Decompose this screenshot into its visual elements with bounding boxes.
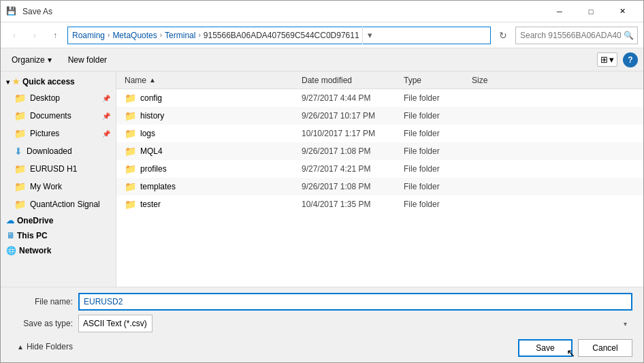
sidebar-item-network[interactable]: 🌐 Network — [1, 243, 116, 258]
up-button[interactable]: ↑ — [47, 27, 63, 44]
file-type-cell: File folder — [404, 129, 472, 138]
title-bar-left: 💾 Save As — [6, 6, 52, 17]
close-button[interactable]: ✕ — [607, 1, 638, 22]
table-row[interactable]: 📁 MQL4 9/26/2017 1:08 PM File folder — [116, 142, 643, 160]
filetype-select-wrapper: ASCII Text (*.csv) CSV (*.csv) Excel (*.… — [78, 315, 632, 332]
breadcrumb-arrow-2: › — [160, 31, 162, 39]
sidebar-item-pictures[interactable]: 📁 Pictures 📌 — [1, 125, 116, 142]
file-list: Name ▲ Date modified Type Size 📁 config — [116, 72, 643, 287]
main-area: ▾ ★ Quick access 📁 Desktop 📌 📁 Documents… — [1, 72, 643, 287]
sidebar-label-eurusd: EURUSD H1 — [30, 164, 77, 174]
table-row[interactable]: 📁 templates 9/26/2017 1:08 PM File folde… — [116, 178, 643, 195]
table-row[interactable]: 📁 history 9/26/2017 10:17 PM File folder — [116, 107, 643, 125]
select-arrow-icon: ▾ — [624, 320, 627, 328]
hide-folders-collapse-icon: ▲ — [17, 343, 24, 351]
filename-input[interactable] — [78, 293, 632, 311]
col-name-label: Name — [125, 76, 146, 85]
new-folder-label: New folder — [68, 55, 107, 65]
breadcrumb-arrow-3: › — [198, 31, 200, 39]
col-header-name[interactable]: Name ▲ — [125, 76, 302, 85]
folder-icon: 📁 — [125, 163, 136, 174]
file-date-cell: 9/27/2017 4:44 PM — [302, 93, 404, 103]
organize-label: Organize — [12, 55, 45, 65]
sidebar-item-onedrive[interactable]: ☁ OneDrive — [1, 213, 116, 228]
folder-icon: 📁 — [125, 181, 136, 192]
sidebar-item-documents[interactable]: 📁 Documents 📌 — [1, 107, 116, 125]
sidebar: ▾ ★ Quick access 📁 Desktop 📌 📁 Documents… — [1, 72, 116, 287]
sidebar-item-quantaction[interactable]: 📁 QuantAction Signal — [1, 195, 116, 213]
network-icon: 🌐 — [6, 246, 16, 255]
file-name-text: MQL4 — [140, 146, 163, 156]
breadcrumb-item-terminal[interactable]: Terminal — [165, 31, 195, 40]
col-date-label: Date modified — [302, 76, 352, 85]
folder-icon-mywork: 📁 — [14, 181, 26, 192]
folder-icon: 📁 — [125, 199, 136, 210]
file-type-cell: File folder — [404, 146, 472, 156]
search-input[interactable] — [515, 27, 638, 44]
table-row[interactable]: 📁 profiles 9/27/2017 4:21 PM File folder — [116, 160, 643, 178]
breadcrumb-dropdown-button[interactable]: ▾ — [362, 27, 377, 44]
folder-icon: 📁 — [125, 146, 136, 157]
help-button[interactable]: ? — [623, 52, 638, 67]
cancel-label: Cancel — [592, 343, 617, 353]
table-row[interactable]: 📁 config 9/27/2017 4:44 PM File folder — [116, 89, 643, 107]
breadcrumb-item-metaquotes[interactable]: MetaQuotes — [112, 31, 157, 40]
file-name-cell: 📁 profiles — [125, 163, 302, 174]
table-row[interactable]: 📁 tester 10/4/2017 1:35 PM File folder — [116, 195, 643, 213]
col-header-type[interactable]: Type — [404, 76, 472, 85]
file-name-cell: 📁 MQL4 — [125, 146, 302, 157]
sidebar-item-thispc[interactable]: 🖥 This PC — [1, 228, 116, 243]
sidebar-item-eurusd[interactable]: 📁 EURUSD H1 — [1, 160, 116, 178]
breadcrumb-bar: Roaming › MetaQuotes › Terminal › 915566… — [67, 27, 491, 44]
view-button[interactable]: ⊞ ▾ — [597, 52, 617, 67]
file-name-text: config — [140, 93, 162, 103]
title-bar-controls: ─ □ ✕ — [544, 1, 638, 22]
back-button[interactable]: ‹ — [6, 27, 22, 44]
file-name-text: templates — [140, 182, 176, 191]
organize-arrow-icon: ▾ — [48, 55, 52, 65]
sidebar-section-quick-access[interactable]: ▾ ★ Quick access — [1, 74, 116, 89]
file-name-cell: 📁 templates — [125, 181, 302, 192]
folder-icon-pictures: 📁 — [14, 128, 26, 139]
folder-icon-downloaded: ⬇ — [14, 146, 22, 157]
cursor-icon: ↖ — [566, 347, 575, 360]
sidebar-label-quantaction: QuantAction Signal — [30, 200, 100, 209]
breadcrumb-item-roaming[interactable]: Roaming — [72, 31, 105, 40]
organize-button[interactable]: Organize ▾ — [6, 53, 57, 67]
onedrive-icon: ☁ — [6, 216, 14, 225]
sidebar-item-downloaded[interactable]: ⬇ Downloaded — [1, 142, 116, 160]
folder-icon-documents: 📁 — [14, 110, 26, 121]
file-date-cell: 9/26/2017 1:08 PM — [302, 182, 404, 191]
forward-button[interactable]: › — [27, 27, 43, 44]
sidebar-item-desktop[interactable]: 📁 Desktop 📌 — [1, 89, 116, 107]
col-header-size[interactable]: Size — [472, 76, 526, 85]
file-name-cell: 📁 history — [125, 110, 302, 121]
sidebar-label-mywork: My Work — [30, 182, 62, 191]
new-folder-button[interactable]: New folder — [63, 53, 112, 67]
minimize-button[interactable]: ─ — [544, 1, 575, 22]
refresh-button[interactable]: ↻ — [495, 27, 511, 44]
filename-row: File name: — [12, 293, 632, 311]
breadcrumb-item-current: 915566BA06ADA407569C544CC0D97611 — [204, 31, 359, 40]
save-button[interactable]: Save ↖ — [518, 339, 573, 357]
maximize-button[interactable]: □ — [575, 1, 607, 22]
table-row[interactable]: 📁 logs 10/10/2017 1:17 PM File folder — [116, 125, 643, 142]
sidebar-item-mywork[interactable]: 📁 My Work — [1, 178, 116, 195]
address-bar: ‹ › ↑ Roaming › MetaQuotes › Terminal › … — [1, 22, 643, 48]
breadcrumb-arrow-1: › — [108, 31, 110, 39]
folder-icon: 📁 — [125, 110, 136, 121]
file-name-cell: 📁 config — [125, 93, 302, 104]
filetype-select[interactable]: ASCII Text (*.csv) CSV (*.csv) Excel (*.… — [78, 315, 152, 332]
file-name-cell: 📁 logs — [125, 128, 302, 139]
col-header-date[interactable]: Date modified — [302, 76, 404, 85]
cancel-button[interactable]: Cancel — [578, 339, 632, 357]
thispc-icon: 🖥 — [6, 231, 14, 240]
file-type-cell: File folder — [404, 182, 472, 191]
title-bar: 💾 Save As ─ □ ✕ — [1, 1, 643, 22]
file-type-cell: File folder — [404, 93, 472, 103]
quick-access-collapse-icon: ▾ — [6, 78, 10, 86]
sidebar-label-onedrive: OneDrive — [17, 216, 53, 225]
hide-folders-button[interactable]: ▲ Hide Folders — [12, 339, 78, 354]
sidebar-label-documents: Documents — [30, 111, 71, 121]
sidebar-label-network: Network — [19, 246, 51, 255]
